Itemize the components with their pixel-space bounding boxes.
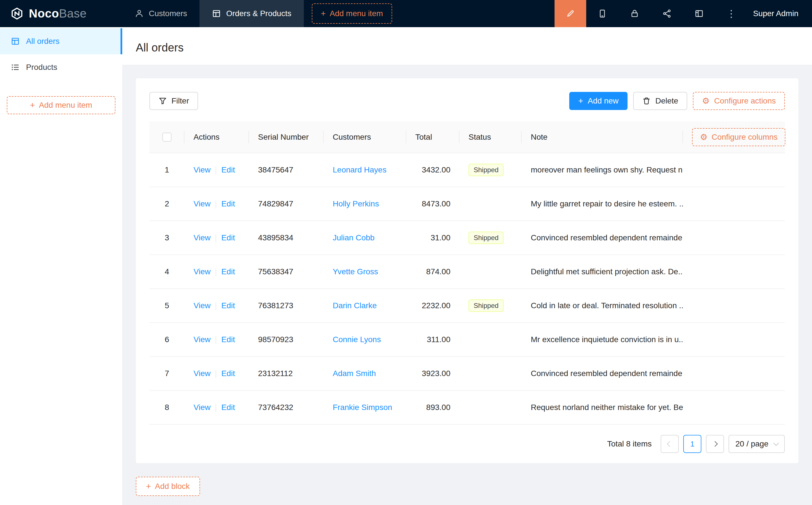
nocobase-logo[interactable]: NocoBase	[0, 0, 122, 27]
nav-tab-customers[interactable]: Customers	[122, 0, 199, 27]
settings-center-button[interactable]	[683, 0, 715, 27]
ui-editor-button[interactable]	[555, 0, 586, 27]
edit-link[interactable]: Edit	[221, 335, 235, 344]
mobile-client-button[interactable]	[586, 0, 619, 27]
view-link[interactable]: View	[193, 165, 211, 174]
column-header-status: Status	[459, 121, 522, 153]
more-actions-button[interactable]: ⋮	[715, 0, 748, 27]
note-cell: My little garret repair to desire he est…	[522, 187, 683, 221]
view-link[interactable]: View	[193, 335, 211, 344]
row-actions-cell: ViewEdit	[184, 323, 249, 357]
add-menu-item-button-sidebar[interactable]: + Add menu item	[7, 96, 115, 114]
action-divider	[216, 336, 216, 344]
row-index: 2	[149, 187, 184, 221]
table-row: 5 ViewEdit 76381273 Darin Clarke 2232.00…	[149, 289, 785, 323]
customer-link[interactable]: Connie Lyons	[333, 335, 381, 344]
view-link[interactable]: View	[193, 199, 211, 208]
filter-button[interactable]: Filter	[149, 92, 198, 110]
sidebar-item-all-orders[interactable]: All orders	[0, 28, 122, 54]
chevron-down-icon	[773, 440, 779, 446]
action-divider	[216, 302, 216, 310]
lock-button[interactable]	[619, 0, 651, 27]
body-wrap: All orders Products + Add menu item All …	[0, 27, 812, 505]
user-menu[interactable]: Super Admin	[748, 0, 812, 27]
more-vertical-icon: ⋮	[726, 8, 736, 19]
row-index: 1	[149, 153, 184, 187]
view-link[interactable]: View	[193, 369, 211, 378]
funnel-icon	[158, 97, 167, 105]
top-navbar: NocoBase Customers Orders & Products + A…	[0, 0, 812, 27]
column-header-serial-number: Serial Number	[249, 121, 324, 153]
total-cell: 31.00	[406, 221, 459, 255]
add-new-button[interactable]: + Add new	[569, 92, 628, 110]
delete-button[interactable]: Delete	[633, 92, 687, 110]
orders-table: Actions Serial Number Customers Total St…	[149, 121, 785, 425]
serial-number-cell: 38475647	[249, 153, 324, 187]
edit-link[interactable]: Edit	[221, 369, 235, 378]
page-size-select[interactable]: 20 / page	[728, 435, 785, 453]
row-index: 7	[149, 357, 184, 390]
page-size-value: 20 / page	[735, 440, 769, 449]
view-link[interactable]: View	[193, 233, 211, 242]
edit-link[interactable]: Edit	[221, 233, 235, 242]
customer-link[interactable]: Yvette Gross	[333, 267, 378, 276]
previous-page-button[interactable]	[661, 435, 679, 453]
navbar-actions: ⋮ Super Admin	[555, 0, 812, 27]
table-row: 4 ViewEdit 75638347 Yvette Gross 874.00 …	[149, 255, 785, 289]
serial-number-cell: 75638347	[249, 255, 324, 289]
configure-columns-button[interactable]: ⚙ Configure columns	[692, 128, 785, 146]
row-index: 4	[149, 255, 184, 289]
customer-link[interactable]: Julian Cobb	[333, 233, 375, 242]
nav-tab-orders-products[interactable]: Orders & Products	[199, 0, 303, 27]
plugin-manager-button[interactable]	[651, 0, 683, 27]
edit-link[interactable]: Edit	[221, 403, 235, 412]
serial-number-cell: 23132112	[249, 357, 324, 390]
sidebar-item-label: Products	[26, 63, 57, 72]
table-row: 8 ViewEdit 73764232 Frankie Simpson 893.…	[149, 390, 785, 425]
view-link[interactable]: View	[193, 403, 211, 412]
action-divider	[216, 404, 216, 412]
edit-link[interactable]: Edit	[221, 267, 235, 276]
add-menu-item-button-topnav[interactable]: + Add menu item	[312, 3, 392, 24]
customer-link[interactable]: Adam Smith	[333, 369, 376, 378]
add-block-button[interactable]: + Add block	[136, 477, 200, 496]
chevron-right-icon	[712, 441, 718, 447]
page-number-button[interactable]: 1	[683, 435, 701, 453]
view-link[interactable]: View	[193, 301, 211, 310]
customer-link[interactable]: Leonard Hayes	[333, 165, 387, 174]
orders-table-icon	[11, 37, 20, 46]
edit-link[interactable]: Edit	[221, 199, 235, 208]
table-header: Actions Serial Number Customers Total St…	[149, 121, 785, 153]
customer-link[interactable]: Frankie Simpson	[333, 403, 392, 412]
status-tag: Shipped	[468, 231, 504, 244]
toolbar-right: + Add new Delete ⚙ Conf	[569, 92, 785, 110]
view-link[interactable]: View	[193, 267, 211, 276]
column-header-customers: Customers	[324, 121, 406, 153]
next-page-button[interactable]	[706, 435, 724, 453]
row-actions-cell: ViewEdit	[184, 289, 249, 323]
customer-link[interactable]: Holly Perkins	[333, 199, 379, 208]
row-index: 3	[149, 221, 184, 255]
main-area: All orders Filter +	[122, 27, 812, 505]
table-row: 2 ViewEdit 74829847 Holly Perkins 8473.0…	[149, 187, 785, 221]
serial-number-cell: 73764232	[249, 390, 324, 425]
total-cell: 893.00	[406, 390, 459, 425]
brand-name: NocoBase	[29, 7, 87, 20]
customer-link[interactable]: Darin Clarke	[333, 301, 377, 310]
row-actions-cell: ViewEdit	[184, 390, 249, 425]
edit-link[interactable]: Edit	[221, 301, 235, 310]
sidebar-item-products[interactable]: Products	[0, 54, 122, 80]
plus-icon: +	[30, 101, 35, 110]
table-toolbar: Filter + Add new Delete	[149, 92, 785, 110]
total-cell: 3432.00	[406, 153, 459, 187]
edit-link[interactable]: Edit	[221, 165, 235, 174]
layout-icon	[695, 9, 704, 18]
total-cell: 3923.00	[406, 357, 459, 390]
select-all-checkbox[interactable]	[162, 133, 171, 142]
note-cell: moreover man feelings own shy. Request n…	[522, 153, 683, 187]
note-cell: Delightful met sufficient projection ask…	[522, 255, 683, 289]
serial-number-cell: 74829847	[249, 187, 324, 221]
row-actions-cell: ViewEdit	[184, 357, 249, 390]
configure-actions-button[interactable]: ⚙ Configure actions	[693, 92, 785, 110]
table-row: 3 ViewEdit 43895834 Julian Cobb 31.00 Sh…	[149, 221, 785, 255]
